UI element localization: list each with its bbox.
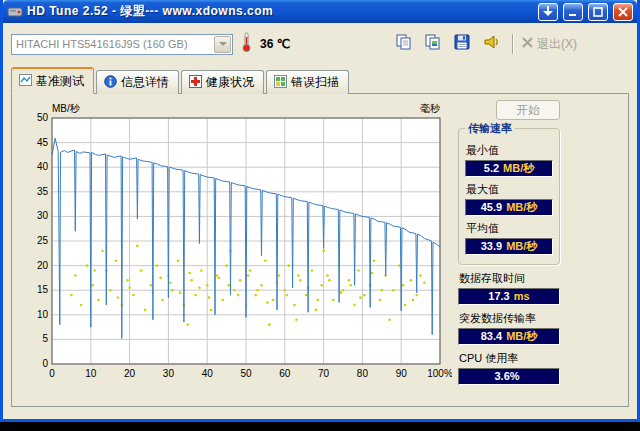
tab-label: 错误扫描 — [291, 74, 339, 91]
burst-rate-label: 突发数据传输率 — [459, 311, 560, 326]
start-button[interactable]: 开始 — [496, 100, 560, 120]
access-time-block: 数据存取时间 17.3ms — [458, 271, 560, 305]
burst-rate-value: 83.4 — [481, 330, 502, 342]
desktop: HD Tune 2.52 - 绿盟--- www.xdowns.com HITA… — [0, 0, 640, 431]
toolbar-separator — [512, 34, 514, 54]
max-label: 最大值 — [466, 182, 553, 197]
save-screenshot-button[interactable] — [449, 32, 475, 56]
drive-select-value: HITACHI HTS541616J9S (160 GB) — [12, 38, 214, 50]
max-value-readout: 45.9MB/秒 — [465, 199, 553, 216]
svg-text:0: 0 — [49, 368, 55, 379]
svg-text:50: 50 — [37, 112, 49, 123]
info-icon — [104, 75, 117, 91]
avg-value-readout: 33.9MB/秒 — [465, 238, 553, 255]
benchmark-icon — [19, 74, 32, 89]
svg-text:40: 40 — [37, 161, 49, 172]
svg-text:毫秒: 毫秒 — [420, 103, 441, 114]
copy-image-button[interactable] — [420, 32, 446, 56]
exit-label: 退出(X) — [537, 36, 577, 53]
thermometer-icon — [241, 31, 252, 57]
svg-text:100%: 100% — [427, 368, 452, 379]
results-panel: 开始 传输速率 最小值 5.2MB/秒 最大值 45.9MB/秒 平均值 33.… — [458, 98, 560, 390]
cpu-usage-readout: 3.6% — [458, 368, 560, 385]
access-time-label: 数据存取时间 — [459, 271, 560, 286]
titlebar[interactable]: HD Tune 2.52 - 绿盟--- www.xdowns.com — [3, 0, 637, 23]
svg-text:30: 30 — [163, 368, 175, 379]
svg-text:5: 5 — [42, 333, 48, 344]
cpu-usage-value: 3.6% — [494, 370, 519, 382]
access-time-value: 17.3 — [488, 290, 509, 302]
avg-value: 33.9 — [481, 240, 502, 252]
temperature-value: 36 ℃ — [260, 37, 290, 51]
svg-text:25: 25 — [37, 235, 49, 246]
access-time-unit: ms — [514, 290, 530, 302]
min-value: 5.2 — [484, 162, 499, 174]
burst-rate-block: 突发数据传输率 83.4MB/秒 — [458, 311, 560, 345]
max-value: 45.9 — [481, 201, 502, 213]
benchmark-tab-panel: 0510152025303540455001020304050607080901… — [11, 93, 629, 407]
scan-grid-icon — [274, 75, 287, 91]
svg-text:60: 60 — [279, 368, 291, 379]
save-icon — [453, 33, 471, 55]
tab-label: 健康状况 — [206, 74, 254, 91]
min-unit: MB/秒 — [503, 162, 534, 174]
copy-image-icon — [424, 33, 442, 55]
drive-select[interactable]: HITACHI HTS541616J9S (160 GB) — [11, 34, 233, 55]
svg-text:40: 40 — [202, 368, 214, 379]
svg-text:10: 10 — [37, 309, 49, 320]
svg-text:80: 80 — [357, 368, 369, 379]
svg-text:30: 30 — [37, 210, 49, 221]
avg-label: 平均值 — [466, 221, 553, 236]
app-icon — [7, 4, 23, 20]
tab-info[interactable]: 信息详情 — [96, 70, 179, 94]
health-cross-icon — [189, 75, 202, 91]
svg-text:MB/秒: MB/秒 — [52, 103, 81, 114]
min-value-readout: 5.2MB/秒 — [465, 160, 553, 177]
max-unit: MB/秒 — [506, 201, 537, 213]
access-time-readout: 17.3ms — [458, 288, 560, 305]
min-label: 最小值 — [466, 143, 553, 158]
speaker-button[interactable] — [478, 32, 504, 56]
speaker-icon — [482, 33, 500, 55]
exit-button[interactable]: 退出(X) — [522, 36, 577, 53]
svg-text:20: 20 — [37, 260, 49, 271]
svg-text:20: 20 — [124, 368, 136, 379]
tab-error-scan[interactable]: 错误扫描 — [266, 70, 349, 94]
toolbar-actions: 退出(X) — [391, 32, 629, 56]
svg-text:50: 50 — [240, 368, 252, 379]
burst-rate-readout: 83.4MB/秒 — [458, 328, 560, 345]
toolbar: HITACHI HTS541616J9S (160 GB) 36 ℃ — [3, 23, 637, 65]
cpu-usage-block: CPU 使用率 3.6% — [458, 351, 560, 385]
copy-text-icon — [395, 33, 413, 55]
svg-text:45: 45 — [37, 137, 49, 148]
svg-text:15: 15 — [37, 284, 49, 295]
tab-health[interactable]: 健康状况 — [181, 70, 264, 94]
exit-x-icon — [522, 37, 533, 51]
tab-bar: 基准测试 信息详情 健康状况 错误扫描 — [3, 65, 637, 93]
chevron-down-icon — [214, 36, 231, 53]
benchmark-chart: 0510152025303540455001020304050607080901… — [16, 100, 452, 396]
close-button[interactable] — [613, 3, 633, 21]
avg-unit: MB/秒 — [506, 240, 537, 252]
tab-label: 信息详情 — [121, 74, 169, 91]
tab-benchmark[interactable]: 基准测试 — [11, 67, 94, 94]
minimize-button[interactable] — [563, 3, 583, 21]
tab-label: 基准测试 — [36, 73, 84, 90]
svg-text:0: 0 — [42, 358, 48, 369]
maximize-button[interactable] — [588, 3, 608, 21]
svg-text:90: 90 — [396, 368, 408, 379]
svg-text:70: 70 — [318, 368, 330, 379]
transfer-rate-group-title: 传输速率 — [465, 121, 515, 136]
window-title: HD Tune 2.52 - 绿盟--- www.xdowns.com — [27, 3, 533, 20]
download-button[interactable] — [538, 3, 558, 21]
transfer-rate-group: 传输速率 最小值 5.2MB/秒 最大值 45.9MB/秒 平均值 33.9MB… — [458, 128, 560, 265]
copy-text-button[interactable] — [391, 32, 417, 56]
hdtune-window: HD Tune 2.52 - 绿盟--- www.xdowns.com HITA… — [0, 0, 640, 422]
cpu-usage-label: CPU 使用率 — [459, 351, 560, 366]
svg-text:35: 35 — [37, 186, 49, 197]
burst-rate-unit: MB/秒 — [506, 330, 537, 342]
svg-text:10: 10 — [85, 368, 97, 379]
